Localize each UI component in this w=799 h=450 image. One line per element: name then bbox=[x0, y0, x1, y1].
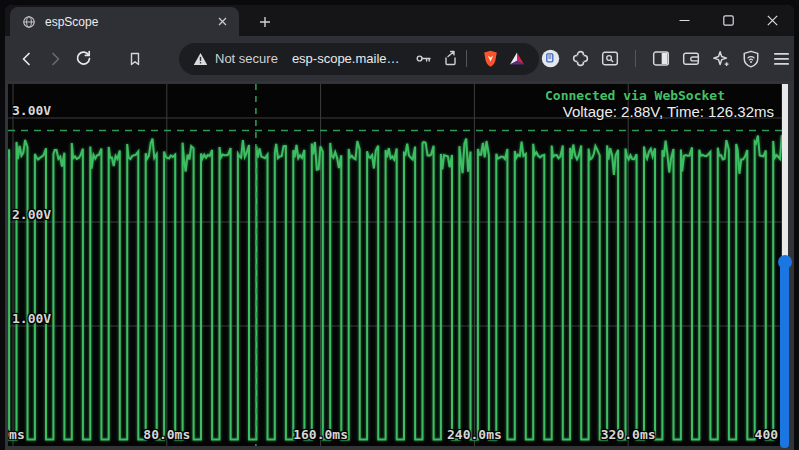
brave-rewards-button[interactable] bbox=[507, 49, 527, 69]
share-icon bbox=[442, 50, 459, 67]
minimize-button[interactable] bbox=[662, 5, 706, 36]
bat-triangle-icon bbox=[509, 51, 525, 66]
bookmark-button[interactable] bbox=[121, 45, 149, 73]
toolbar-right-cluster bbox=[539, 47, 792, 71]
t-axis-label: 320.0ms bbox=[601, 427, 656, 442]
maximize-button[interactable] bbox=[706, 5, 750, 36]
tab-close-icon[interactable] bbox=[213, 13, 231, 31]
t-axis-label: 160.0ms bbox=[293, 427, 348, 442]
reload-icon bbox=[75, 50, 92, 67]
address-bar[interactable]: Not secure esp-scope.maile… bbox=[179, 43, 539, 75]
chevron-left-icon bbox=[19, 51, 35, 67]
window-controls bbox=[662, 5, 794, 36]
connection-status: Connected via WebSocket bbox=[545, 88, 725, 103]
security-label: Not secure bbox=[215, 51, 278, 66]
brave-shields-button[interactable] bbox=[480, 49, 500, 69]
profile-button[interactable] bbox=[539, 47, 561, 71]
warning-icon bbox=[193, 52, 208, 66]
browser-window: espScope bbox=[5, 5, 794, 450]
chevron-right-icon bbox=[47, 51, 63, 67]
vertical-slider[interactable] bbox=[779, 84, 790, 448]
passkey-button[interactable] bbox=[413, 49, 433, 69]
v-axis-label: 2.00V bbox=[12, 207, 51, 222]
plus-icon bbox=[259, 16, 271, 28]
browser-toolbar: Not secure esp-scope.maile… bbox=[5, 36, 794, 81]
vpn-button[interactable] bbox=[740, 47, 762, 71]
search-panel-button[interactable] bbox=[599, 47, 621, 71]
address-divider bbox=[466, 50, 467, 67]
hamburger-menu-icon bbox=[773, 52, 790, 66]
v-axis-label: 3.00V bbox=[12, 103, 51, 118]
cursor-readout: Voltage: 2.88V, Time: 126.32ms bbox=[563, 103, 774, 120]
back-button[interactable] bbox=[13, 45, 41, 73]
menu-button[interactable] bbox=[770, 47, 792, 71]
search-box-icon bbox=[601, 50, 619, 67]
key-icon bbox=[415, 50, 432, 67]
slider-track-lower[interactable] bbox=[780, 262, 789, 448]
t-axis-label: 80.0ms bbox=[143, 427, 190, 442]
new-tab-button[interactable] bbox=[253, 11, 277, 33]
share-button[interactable] bbox=[440, 49, 460, 69]
t-axis-label: 240.0ms bbox=[447, 427, 502, 442]
bookmark-icon bbox=[127, 51, 143, 67]
extensions-icon bbox=[571, 49, 590, 68]
minimize-icon bbox=[679, 15, 690, 26]
wallet-icon bbox=[682, 50, 700, 67]
tab-title: espScope bbox=[45, 15, 213, 29]
leo-ai-button[interactable] bbox=[710, 47, 732, 71]
profile-avatar-icon bbox=[541, 49, 560, 68]
page-content: Connected via WebSocket Voltage: 2.88V, … bbox=[5, 81, 794, 450]
waveform-plot bbox=[8, 84, 786, 446]
v-axis-label: 1.00V bbox=[12, 311, 51, 326]
reload-button[interactable] bbox=[69, 45, 97, 73]
close-icon bbox=[767, 15, 778, 26]
slider-thumb[interactable] bbox=[778, 255, 792, 269]
tab-strip: espScope bbox=[5, 5, 794, 36]
url-text: esp-scope.maile… bbox=[292, 51, 406, 66]
shield-wifi-icon bbox=[742, 50, 760, 68]
sidebar-icon bbox=[652, 50, 670, 67]
sparkle-icon bbox=[712, 50, 730, 68]
t-axis-label: 0ms bbox=[8, 427, 25, 442]
cluster-divider bbox=[635, 50, 636, 67]
oscilloscope-canvas[interactable]: Connected via WebSocket Voltage: 2.88V, … bbox=[8, 84, 786, 446]
tab-espscope[interactable]: espScope bbox=[10, 7, 239, 36]
sidebar-button[interactable] bbox=[650, 47, 672, 71]
extensions-button[interactable] bbox=[569, 47, 591, 71]
maximize-icon bbox=[723, 15, 734, 26]
forward-button[interactable] bbox=[41, 45, 69, 73]
brave-shield-icon bbox=[482, 50, 499, 68]
globe-favicon-icon bbox=[22, 15, 36, 29]
close-window-button[interactable] bbox=[750, 5, 794, 36]
slider-track-upper[interactable] bbox=[782, 84, 788, 262]
wallet-button[interactable] bbox=[680, 47, 702, 71]
